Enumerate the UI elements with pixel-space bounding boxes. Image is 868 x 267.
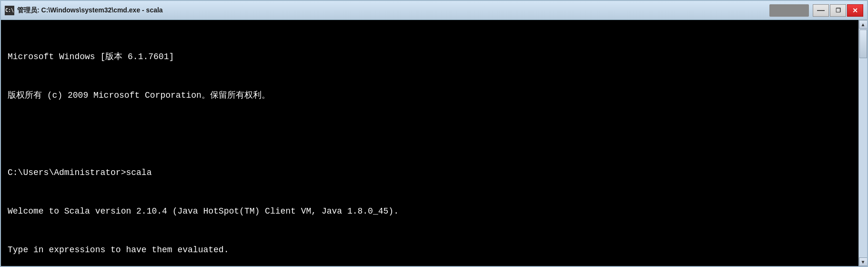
scroll-thumb[interactable] xyxy=(859,30,867,58)
terminal-line-4: C:\Users\Administrator>scala xyxy=(8,166,852,179)
scrollbar[interactable]: ▲ ▼ xyxy=(858,20,867,266)
terminal-line-1: Microsoft Windows [版本 6.1.7601] xyxy=(8,51,852,63)
minimize-button[interactable]: — xyxy=(813,4,829,17)
blurred-region: CloudPont xyxy=(769,4,809,17)
title-bar: C:\ 管理员: C:\Windows\system32\cmd.exe - s… xyxy=(1,1,867,20)
scroll-track[interactable] xyxy=(859,29,867,257)
restore-button[interactable]: ❐ xyxy=(830,4,846,17)
terminal-line-2: 版权所有 (c) 2009 Microsoft Corporation。保留所有… xyxy=(8,89,852,102)
scroll-up-button[interactable]: ▲ xyxy=(859,20,868,29)
window: C:\ 管理员: C:\Windows\system32\cmd.exe - s… xyxy=(0,0,868,267)
cmd-icon: C:\ xyxy=(5,6,14,15)
window-body: Microsoft Windows [版本 6.1.7601] 版权所有 (c)… xyxy=(1,20,867,266)
window-title: 管理员: C:\Windows\system32\cmd.exe - scala xyxy=(17,6,769,15)
scroll-down-button[interactable]: ▼ xyxy=(859,257,868,266)
terminal-output[interactable]: Microsoft Windows [版本 6.1.7601] 版权所有 (c)… xyxy=(1,20,858,266)
terminal-line-6: Type in expressions to have them evaluat… xyxy=(8,244,852,257)
terminal-line-3 xyxy=(8,128,852,141)
terminal-line-5: Welcome to Scala version 2.10.4 (Java Ho… xyxy=(8,205,852,218)
close-button[interactable]: ✕ xyxy=(847,4,863,17)
title-bar-buttons: CloudPont — ❐ ✕ xyxy=(769,4,863,17)
